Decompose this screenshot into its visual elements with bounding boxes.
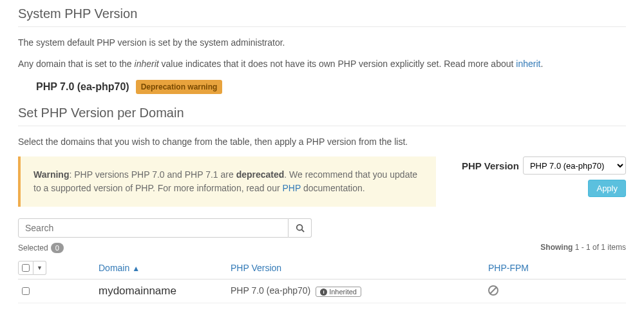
search-input[interactable] xyxy=(18,218,289,238)
text: Any domain that is set to the xyxy=(18,59,135,69)
deprecated-strong: deprecated xyxy=(236,169,285,180)
set-php-per-domain-heading: Set PHP Version per Domain xyxy=(18,106,626,120)
table-row: mydomainname PHP 7.0 (ea-php70) i Inheri… xyxy=(18,279,626,303)
svg-point-0 xyxy=(296,225,302,231)
search-button[interactable] xyxy=(289,218,312,238)
system-desc-2: Any domain that is set to the inherit va… xyxy=(18,57,626,71)
text: . xyxy=(540,59,543,69)
php-doc-link[interactable]: PHP xyxy=(283,183,301,193)
divider xyxy=(18,26,626,27)
disabled-icon xyxy=(488,285,498,296)
text: documentation. xyxy=(301,183,365,193)
inherit-em: inherit xyxy=(135,59,159,69)
column-header-php-fpm[interactable]: PHP-FPM xyxy=(488,263,529,273)
php-version-cell: PHP 7.0 (ea-php70) xyxy=(231,285,310,296)
php-version-label: PHP Version xyxy=(462,160,519,171)
inherit-link[interactable]: inherit xyxy=(516,59,540,69)
column-header-php-version[interactable]: PHP Version xyxy=(231,263,281,273)
table-header-row: ▼ Domain ▲ PHP Version PHP-FPM xyxy=(18,257,626,279)
sort-asc-icon: ▲ xyxy=(132,264,140,273)
deprecation-warning-badge: Deprecation warning xyxy=(136,80,223,94)
domain-name-cell: mydomainname xyxy=(99,285,176,297)
showing-label: Showing xyxy=(540,243,573,252)
text: Domain xyxy=(99,263,129,273)
row-checkbox[interactable] xyxy=(22,287,30,295)
text: : PHP versions PHP 7.0 and PHP 7.1 are xyxy=(69,169,236,180)
chevron-down-icon: ▼ xyxy=(37,265,43,271)
svg-line-1 xyxy=(301,230,304,232)
warning-label: Warning xyxy=(33,169,69,180)
php-version-select[interactable]: PHP 7.0 (ea-php70) xyxy=(523,156,626,175)
per-domain-desc: Select the domains that you wish to chan… xyxy=(18,135,626,149)
showing-text: 1 - 1 of 1 items xyxy=(573,243,626,252)
selected-count-pill: 0 xyxy=(51,243,64,253)
system-version-label: PHP 7.0 (ea-php70) xyxy=(36,81,129,93)
select-all-dropdown[interactable]: ▼ xyxy=(33,261,46,275)
divider xyxy=(18,126,626,126)
select-all-input[interactable] xyxy=(22,264,30,272)
select-all-checkbox[interactable] xyxy=(18,261,33,275)
system-version-row: PHP 7.0 (ea-php70) Deprecation warning xyxy=(36,80,626,94)
inherited-badge: i Inherited xyxy=(316,287,361,297)
system-php-version-heading: System PHP Version xyxy=(18,6,626,21)
search-icon xyxy=(296,223,305,232)
inherited-text: Inherited xyxy=(329,288,357,296)
column-header-domain[interactable]: Domain ▲ xyxy=(99,263,140,273)
showing-range: Showing 1 - 1 of 1 items xyxy=(540,243,626,253)
apply-button[interactable]: Apply xyxy=(588,180,626,197)
selected-label: Selected xyxy=(18,243,48,252)
text: value indicates that it does not have it… xyxy=(159,59,516,69)
deprecation-alert: Warning: PHP versions PHP 7.0 and PHP 7.… xyxy=(18,156,436,207)
system-desc-1: The system default PHP version is set by… xyxy=(18,36,626,50)
selected-count: Selected 0 xyxy=(18,243,64,253)
info-icon: i xyxy=(320,289,327,296)
